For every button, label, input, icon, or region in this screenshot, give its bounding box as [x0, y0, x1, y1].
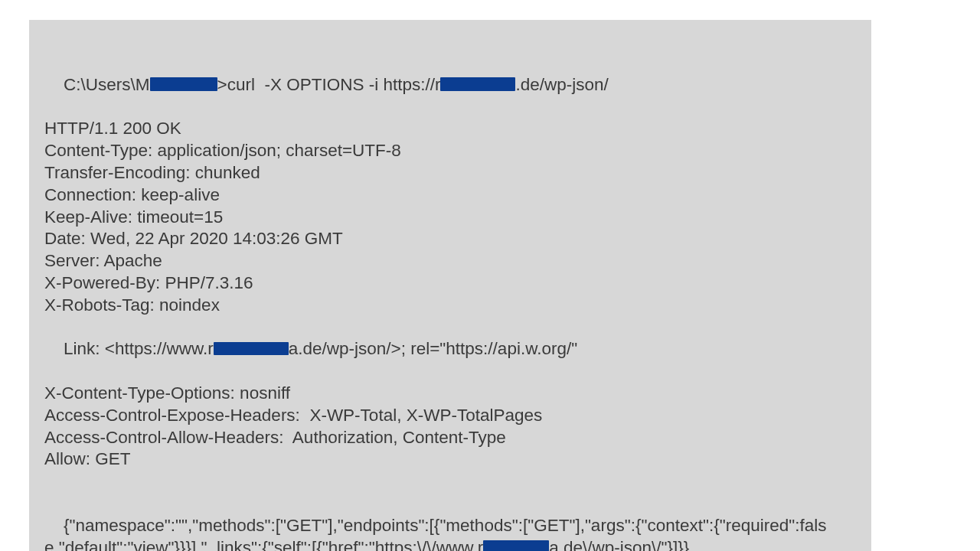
- header-ac-expose: Access-Control-Expose-Headers: X-WP-Tota…: [44, 405, 856, 427]
- http-status-line: HTTP/1.1 200 OK: [44, 118, 856, 140]
- terminal-output: C:\Users\M>curl -X OPTIONS -i https://r.…: [29, 20, 871, 551]
- json-body-part1: {"namespace":"","methods":["GET"],"endpo…: [44, 516, 826, 551]
- header-x-robots-tag: X-Robots-Tag: noindex: [44, 295, 856, 317]
- redacted-block: [483, 540, 549, 551]
- redacted-link-initial: r: [207, 339, 214, 358]
- redacted-block: [440, 77, 515, 91]
- link-suffix: .de/wp-json/>; rel="https://api.w.org/": [298, 339, 577, 358]
- curl-command-suffix: .de/wp-json/: [515, 75, 608, 94]
- header-allow: Allow: GET: [44, 448, 856, 471]
- header-keep-alive: Keep-Alive: timeout=15: [44, 207, 856, 229]
- header-ac-allow: Access-Control-Allow-Headers: Authorizat…: [44, 427, 856, 449]
- redacted-body-initial: r: [478, 538, 484, 551]
- prompt-path-prefix: C:\Users\: [64, 75, 136, 94]
- blank-line: [44, 471, 856, 493]
- command-line: C:\Users\M>curl -X OPTIONS -i https://r.…: [44, 52, 856, 118]
- response-body: {"namespace":"","methods":["GET"],"endpo…: [44, 493, 856, 551]
- redacted-block: [214, 342, 289, 356]
- header-connection: Connection: keep-alive: [44, 184, 856, 207]
- header-content-type: Content-Type: application/json; charset=…: [44, 140, 856, 162]
- header-transfer-encoding: Transfer-Encoding: chunked: [44, 162, 856, 184]
- header-date: Date: Wed, 22 Apr 2020 14:03:26 GMT: [44, 228, 856, 250]
- redacted-username-initial: M: [136, 75, 150, 94]
- header-server: Server: Apache: [44, 250, 856, 272]
- header-x-content-type-options: X-Content-Type-Options: nosniff: [44, 383, 856, 405]
- curl-command-part1: >curl -X OPTIONS -i https://: [217, 75, 435, 94]
- header-link: Link: <https://www.ra.de/wp-json/>; rel=…: [44, 317, 856, 383]
- link-prefix: Link: <https://www.: [64, 339, 207, 358]
- header-x-powered-by: X-Powered-By: PHP/7.3.16: [44, 272, 856, 295]
- redacted-link-trail: a: [289, 339, 299, 358]
- redacted-block: [150, 77, 217, 91]
- json-body-part2: .de\/wp-json\/"}]}}: [559, 538, 690, 551]
- redacted-body-trail: a: [549, 538, 559, 551]
- redacted-host-initial: r: [435, 75, 441, 94]
